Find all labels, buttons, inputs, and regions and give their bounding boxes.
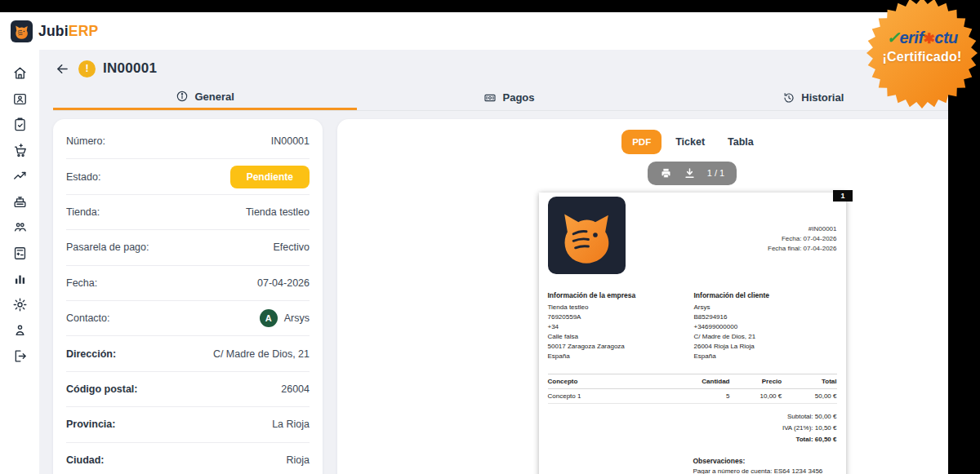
sidebar-item-sales[interactable]	[7, 163, 33, 189]
certificate-label: ¡Certificado!	[864, 50, 980, 64]
invoice-date: Fecha: 07-04-2026	[768, 234, 837, 244]
contact-value: A Arsys	[260, 309, 310, 327]
company-info: Información de la empresa Tienda testleo…	[548, 291, 694, 361]
detail-row-codigo-postal: Código postal: 26004	[66, 372, 310, 407]
sidebar-item-reports[interactable]	[7, 266, 33, 292]
brand-bar: JubiERP	[0, 12, 948, 50]
detail-label: Número:	[66, 135, 105, 147]
company-info-line: +34	[548, 322, 694, 332]
invoice-line-items-table: Concepto Cantidad Precio Total Concepto …	[548, 374, 837, 404]
sidebar-item-tasks[interactable]	[7, 112, 33, 138]
tax-value: 10,50 €	[815, 424, 837, 432]
detail-value: La Rioja	[272, 419, 310, 430]
payments-icon	[483, 91, 497, 104]
page-number-badge: 1	[833, 190, 852, 202]
invoice-document: 1 #IN00001 Fecha: 07-04-2026 Fecha final…	[539, 193, 846, 474]
calculator-icon	[12, 246, 28, 261]
sidebar-item-contacts[interactable]	[7, 86, 33, 113]
sidebar-item-logout[interactable]	[7, 343, 33, 370]
person-icon	[12, 322, 28, 338]
table-header-row: Concepto Cantidad Precio Total	[548, 374, 837, 389]
download-button[interactable]	[684, 167, 696, 179]
cat-logo-icon	[555, 203, 618, 267]
company-info-line: Tienda testleo	[548, 303, 694, 312]
detail-row-numero: Número: IN00001	[66, 124, 310, 159]
detail-label: Provincia:	[66, 419, 115, 430]
invoice-totals: Subtotal: 50,00 € IVA (21%): 10,50 € Tot…	[548, 411, 837, 446]
sidebar-item-accounting[interactable]	[7, 241, 33, 267]
bar-chart-icon	[12, 271, 28, 286]
back-button[interactable]	[53, 60, 71, 78]
detail-value: Rioja	[287, 454, 310, 466]
subtotal-line: Subtotal: 50,00 €	[548, 411, 837, 423]
cat-logo-icon	[13, 23, 30, 40]
client-info: Información del cliente Arsys B85294916 …	[694, 291, 837, 361]
table-header-cell: Cantidad	[675, 378, 729, 385]
detail-value: IN00001	[271, 135, 310, 147]
detail-value: 26004	[281, 383, 310, 395]
verifactu-logo: ✓erif✱ctu	[864, 28, 980, 47]
detail-row-tienda: Tienda: Tienda testleo	[66, 195, 310, 230]
document-viewer-panel: PDF Ticket Tabla 1 / 1	[337, 119, 948, 474]
client-info-line: 26004 Rioja La Rioja	[694, 342, 837, 352]
sidebar-item-profile[interactable]	[7, 317, 33, 343]
tabla-mode-button[interactable]: Tabla	[719, 130, 763, 154]
detail-row-contacto: Contacto: A Arsys	[66, 301, 310, 336]
pdf-toolbar: 1 / 1	[648, 162, 737, 185]
company-info-title: Información de la empresa	[548, 291, 694, 299]
pdf-mode-button[interactable]: PDF	[621, 130, 662, 154]
gear-icon	[12, 297, 28, 312]
arrow-left-icon	[55, 61, 70, 77]
table-cell: Concepto 1	[548, 392, 675, 400]
detail-label: Tienda:	[66, 206, 100, 218]
client-info-line: C/ Madre de Dios, 21	[694, 332, 837, 342]
brand-logo	[11, 20, 33, 42]
users-icon	[12, 219, 28, 235]
ticket-mode-button[interactable]: Ticket	[666, 130, 714, 154]
company-info-line: España	[548, 352, 694, 361]
total-label: Total:	[795, 436, 813, 443]
table-cell: 10,00 €	[730, 392, 782, 400]
verifactu-part2: ctu	[934, 29, 958, 47]
brand-name: JubiERP	[38, 23, 98, 40]
detail-row-estado: Estado: Pendiente	[66, 159, 310, 194]
contact-avatar: A	[260, 309, 278, 327]
invoice-observations: Observaciones: Pagar a número de cuenta:…	[693, 457, 837, 474]
sidebar-item-settings[interactable]	[7, 292, 33, 318]
table-cell: 50,00 €	[782, 392, 836, 400]
tab-general-label: General	[194, 91, 234, 103]
company-info-line: 50017 Zaragoza Zaragoza	[548, 342, 694, 352]
sidebar-item-home[interactable]	[7, 60, 33, 86]
detail-label: Fecha:	[66, 277, 97, 289]
logout-icon	[12, 348, 28, 364]
certificate-text: ✓erif✱ctu ¡Certificado!	[864, 28, 980, 64]
detail-value: 07-04-2026	[257, 277, 310, 289]
detail-value: C/ Madre de Dios, 21	[213, 348, 310, 360]
sidebar-item-register[interactable]	[7, 189, 33, 215]
sidebar-item-customers[interactable]	[7, 215, 33, 241]
tab-pagos-label: Pagos	[502, 91, 534, 104]
print-button[interactable]	[660, 167, 672, 179]
tax-label: IVA (21%):	[782, 424, 813, 432]
invoice-meta: #IN00001 Fecha: 07-04-2026 Fecha final: …	[768, 224, 837, 274]
table-cell: 5	[675, 392, 729, 400]
verifactu-part1: erif	[899, 29, 923, 47]
cash-register-icon	[12, 194, 28, 210]
tab-historial-label: Historial	[801, 91, 844, 104]
tab-bar: General Pagos Historial	[53, 85, 948, 111]
detail-label: Ciudad:	[66, 454, 105, 466]
client-info-title: Información del cliente	[694, 291, 837, 299]
verifactu-star: ✱	[924, 31, 935, 47]
invoice-date-final: Fecha final: 07-04-2026	[768, 244, 837, 254]
total-line: Total: 60,50 €	[548, 434, 837, 445]
detail-row-fecha: Fecha: 07-04-2026	[66, 266, 310, 301]
status-badge[interactable]: Pendiente	[230, 166, 310, 188]
page-header: ! IN00001	[53, 55, 948, 82]
tab-general[interactable]: General	[53, 85, 357, 110]
main-content: ! IN00001 General Pagos Historial	[39, 50, 948, 474]
info-icon	[176, 90, 189, 103]
tab-pagos[interactable]: Pagos	[357, 85, 661, 110]
company-info-line: 76920559A	[548, 312, 694, 322]
table-header-cell: Total	[782, 378, 836, 385]
sidebar-item-cart[interactable]	[7, 138, 33, 164]
